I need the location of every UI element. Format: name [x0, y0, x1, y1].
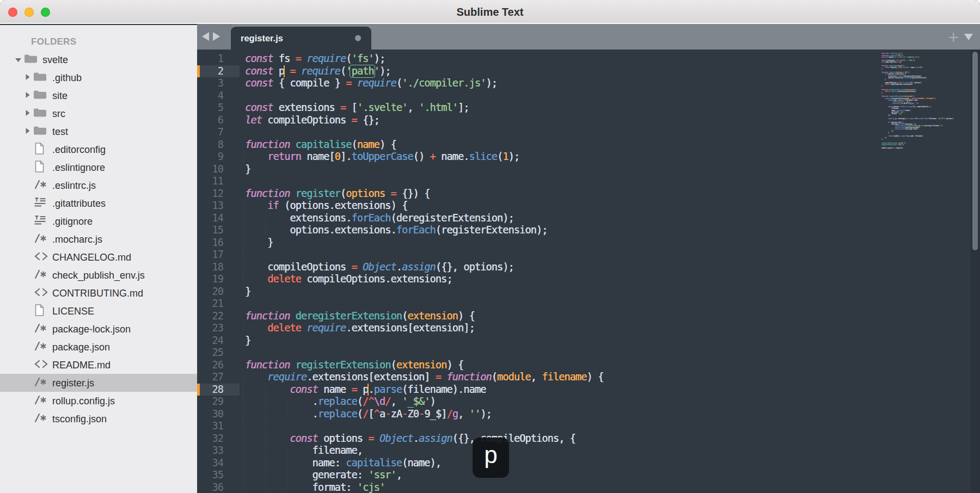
- tab-register-js[interactable]: register.js: [231, 27, 371, 50]
- tab-overflow-menu-icon[interactable]: [964, 34, 973, 40]
- code-line-3[interactable]: const { compile } = require('./compiler.…: [881, 56, 919, 58]
- code-line-56[interactable]: module.exports = register;: [881, 147, 903, 149]
- code-line-5[interactable]: const extensions = ['.svelte', '.html'];: [245, 102, 469, 114]
- editor-pane[interactable]: 1234567891011121314151617181920212223242…: [197, 50, 980, 493]
- code-line-37[interactable]: });: [881, 115, 891, 116]
- tree-row-site[interactable]: site: [0, 87, 197, 104]
- code-line-28[interactable]: const name = p.parse(filename).name: [245, 384, 486, 396]
- indent-guide: [243, 420, 243, 433]
- code-line-6[interactable]: let compileOptions = {};: [245, 114, 379, 127]
- code-line-22[interactable]: function deregisterExtension(extension) …: [245, 310, 475, 323]
- tree-row-svelte[interactable]: svelte: [0, 51, 197, 69]
- code-line-19[interactable]: delete compileOptions.extensions;: [881, 84, 912, 85]
- tree-row-src[interactable]: src: [0, 104, 197, 122]
- code-line-12[interactable]: function register(options = {}) {: [245, 188, 430, 200]
- code-line-9[interactable]: return name[0].toUpperCase() + name.slic…: [881, 66, 923, 68]
- code-line-39[interactable]: const { js, warnings } = compile(fs.read…: [881, 118, 954, 120]
- tree-label: .mocharc.js: [52, 233, 102, 245]
- code-line-51[interactable]: }: [881, 139, 883, 140]
- code-line-13[interactable]: if (options.extensions) {: [245, 200, 407, 212]
- tree-row-gitattributes[interactable]: .gitattributes: [0, 194, 197, 212]
- tree-row-editorconfig[interactable]: .editorconfig: [0, 140, 197, 158]
- code-line-26[interactable]: function registerExtension(extension) {: [245, 359, 463, 372]
- tree-row-eslintignore[interactable]: .eslintignore: [0, 158, 197, 176]
- tree-label: tsconfig.json: [52, 413, 107, 424]
- code-line-14[interactable]: extensions.forEach(deregisterExtension);: [245, 212, 514, 225]
- code-line-16[interactable]: }: [245, 237, 273, 249]
- tree-row-contributing-md[interactable]: CONTRIBUTING.md: [0, 284, 197, 302]
- tree-label: package-lock.json: [52, 323, 131, 335]
- tree-label: LICENSE: [52, 305, 94, 317]
- chevron-right-icon[interactable]: [25, 73, 30, 81]
- code-line-20[interactable]: }: [881, 85, 883, 87]
- code-line-32[interactable]: const options = Object.assign({}, compil…: [245, 433, 575, 445]
- tree-row-eslintrc-js[interactable]: .eslintrc.js: [0, 176, 197, 194]
- code-line-23[interactable]: delete require.extensions[extension];: [881, 90, 916, 92]
- indent-guide: [243, 384, 243, 396]
- minimap[interactable]: const fs = require('fs');const p = requi…: [881, 53, 955, 160]
- keystroke-overlay: p: [473, 437, 509, 478]
- tab-scroll-left-icon[interactable]: [202, 32, 209, 41]
- line-number: 15: [197, 224, 223, 237]
- code-line-3[interactable]: const { compile } = require('./compiler.…: [245, 77, 497, 90]
- tree-row-mocharc-js[interactable]: .mocharc.js: [0, 230, 197, 248]
- code-line-18[interactable]: compileOptions = Object.assign({}, optio…: [245, 261, 514, 274]
- code-line-34[interactable]: name: capitalise(name),: [245, 457, 441, 470]
- tree-row-tsconfig-json[interactable]: tsconfig.json: [0, 410, 197, 428]
- tree-row-rollup-config-js[interactable]: rollup.config.js: [0, 392, 197, 410]
- markup-file-icon: [34, 360, 48, 368]
- code-line-36[interactable]: format: 'cjs': [245, 482, 385, 493]
- line-number: 36: [197, 482, 223, 493]
- tree-label: register.js: [52, 377, 94, 389]
- code-line-49[interactable]: return module._compile(js.code, filename…: [881, 135, 923, 137]
- chevron-right-icon[interactable]: [25, 127, 30, 134]
- code-line-6[interactable]: let compileOptions = {};: [881, 61, 902, 63]
- indent-guide: [243, 457, 243, 470]
- tree-row-check-publish-env-js[interactable]: check_publish_env.js: [0, 266, 197, 284]
- tree-row-github[interactable]: .github: [0, 69, 197, 87]
- js-source-file-icon: [34, 377, 47, 387]
- tree-row-register-js[interactable]: register.js: [0, 374, 197, 392]
- tree-row-test[interactable]: test: [0, 122, 197, 140]
- code-line-29[interactable]: .replace(/^\d/, '_$&'): [245, 396, 436, 408]
- tab-scroll-right-icon[interactable]: [213, 32, 220, 41]
- code-line-33[interactable]: filename,: [245, 445, 363, 457]
- code-line-27[interactable]: require.extensions[extension] = function…: [245, 371, 603, 384]
- code-line-10[interactable]: }: [245, 163, 250, 176]
- code-line-30[interactable]: .replace(/[^a-zA-Z0-9_$]/g, '');: [881, 103, 918, 104]
- chevron-right-icon[interactable]: [25, 109, 30, 116]
- code-line-19[interactable]: delete compileOptions.extensions;: [245, 273, 452, 286]
- editor-scrollbar-track[interactable]: [971, 50, 980, 493]
- text-caret: [367, 384, 369, 396]
- code-line-35[interactable]: generate: 'ssr',: [245, 469, 402, 482]
- tree-row-changelog-md[interactable]: CHANGELOG.md: [0, 248, 197, 266]
- tree-row-gitignore[interactable]: .gitignore: [0, 212, 197, 230]
- code-line-15[interactable]: options.extensions.forEach(registerExten…: [881, 77, 927, 78]
- code-line-10[interactable]: }: [881, 68, 883, 70]
- code-line-1[interactable]: const fs = require('fs');: [245, 53, 385, 65]
- find-highlight-box: [350, 65, 375, 78]
- chevron-right-icon[interactable]: [25, 91, 30, 98]
- code-line-54[interactable]: registerExtension('.html');: [881, 144, 904, 145]
- code-line-20[interactable]: }: [245, 286, 250, 298]
- editor-scrollbar-thumb[interactable]: [972, 52, 978, 250]
- tree-row-readme-md[interactable]: README.md: [0, 356, 197, 374]
- tree-row-package-lock-json[interactable]: package-lock.json: [0, 320, 197, 338]
- code-line-30[interactable]: .replace(/[^a-zA-Z0-9_$]/g, '');: [245, 408, 492, 421]
- titlebar[interactable]: Sublime Text: [0, 0, 980, 24]
- chevron-down-icon[interactable]: [15, 57, 22, 63]
- code-line-24[interactable]: }: [245, 335, 250, 347]
- line-number: 32: [197, 433, 223, 445]
- code-line-23[interactable]: delete require.extensions[extension];: [245, 322, 475, 335]
- code-line-47[interactable]: }: [881, 132, 889, 133]
- folder-icon: [33, 125, 47, 136]
- tree-row-package-json[interactable]: package.json: [0, 338, 197, 356]
- code-line-8[interactable]: function capitalise(name) {: [245, 139, 396, 151]
- code-line-9[interactable]: return name[0].toUpperCase() + name.slic…: [245, 151, 519, 163]
- code-line-24[interactable]: }: [881, 93, 883, 94]
- tree-row-license[interactable]: LICENSE: [0, 302, 197, 320]
- tree-label: .gitignore: [52, 215, 93, 227]
- code-line-15[interactable]: options.extensions.forEach(registerExten…: [245, 224, 547, 237]
- code-line-16[interactable]: }: [881, 78, 886, 80]
- new-tab-button[interactable]: +: [947, 32, 959, 44]
